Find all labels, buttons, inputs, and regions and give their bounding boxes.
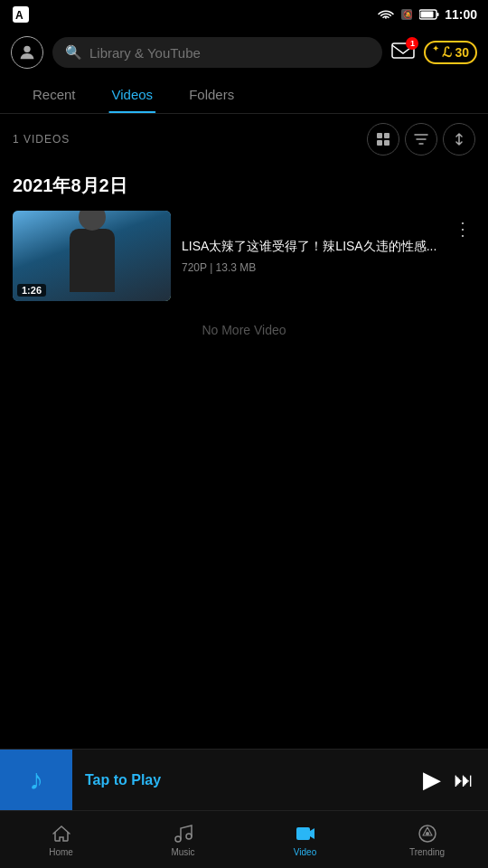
music-icon (173, 823, 194, 844)
mail-badge: 1 (406, 37, 418, 50)
svg-point-17 (426, 832, 429, 835)
svg-rect-11 (377, 140, 382, 146)
mini-player-icon-wrap: ♪ (0, 750, 72, 811)
video-title: LISA太辣了这谁受得了！辣LISA久违的性感... (182, 238, 439, 256)
nav-item-video[interactable]: Video (244, 811, 366, 868)
tab-videos[interactable]: Videos (94, 76, 172, 113)
coin-wrap[interactable]: ✦ ℒ 30 (424, 41, 477, 64)
status-left: A (11, 5, 31, 24)
nav-item-trending[interactable]: Trending (366, 811, 488, 868)
player-controls: ▶ ⏭ (423, 766, 488, 794)
video-meta: 720P | 13.3 MB (182, 261, 439, 274)
home-icon (51, 823, 72, 844)
tab-recent[interactable]: Recent (14, 76, 94, 113)
video-thumbnail[interactable]: 1:26 (13, 211, 171, 301)
avatar[interactable] (11, 36, 43, 69)
video-info: LISA太辣了这谁受得了！辣LISA久违的性感... 720P | 13.3 M… (182, 238, 439, 274)
svg-rect-6 (421, 12, 434, 18)
svg-rect-5 (437, 13, 439, 16)
sort-button[interactable] (443, 123, 475, 156)
svg-text:A: A (15, 9, 23, 22)
nav-home-label: Home (49, 847, 73, 857)
video-item: 1:26 LISA太辣了这谁受得了！辣LISA久违的性感... 720P | 1… (0, 205, 488, 307)
sort-icon (452, 133, 466, 146)
header: 🔍 1 ✦ ℒ 30 (0, 29, 488, 76)
user-icon (17, 42, 37, 62)
filter-icon (414, 133, 428, 146)
search-icon: 🔍 (65, 44, 82, 61)
svg-point-13 (175, 836, 181, 842)
svg-text:🔕: 🔕 (403, 9, 413, 20)
battery-icon (419, 9, 439, 20)
header-icons: 1 ✦ ℒ 30 (391, 41, 477, 64)
next-button[interactable]: ⏭ (454, 769, 474, 792)
svg-rect-9 (377, 133, 382, 138)
svg-point-14 (186, 834, 192, 839)
grid-icon (376, 132, 390, 146)
tab-folders[interactable]: Folders (171, 76, 252, 113)
mini-player[interactable]: ♪ Tap to Play ▶ ⏭ (0, 749, 488, 810)
nav-item-music[interactable]: Music (122, 811, 244, 868)
svg-rect-15 (296, 827, 310, 840)
music-note-icon: ♪ (29, 763, 43, 797)
svg-rect-10 (384, 133, 389, 138)
search-bar[interactable]: 🔍 (52, 37, 382, 68)
bottom-nav: Home Music Video Trending (0, 810, 488, 868)
notification-icon: 🔕 (399, 7, 414, 22)
view-options (367, 123, 475, 156)
status-right: 🔕 11:00 (378, 7, 477, 22)
no-more-label: No More Video (0, 307, 488, 354)
nav-video-label: Video (294, 847, 316, 857)
nav-item-home[interactable]: Home (0, 811, 122, 868)
grid-view-button[interactable] (367, 123, 399, 156)
trending-icon (417, 823, 438, 844)
mail-icon-wrap[interactable]: 1 (391, 41, 415, 64)
status-bar: A 🔕 11:00 (0, 0, 488, 29)
search-input[interactable] (89, 45, 370, 61)
wifi-icon (378, 8, 394, 21)
play-button[interactable]: ▶ (423, 766, 441, 794)
nav-trending-label: Trending (409, 847, 445, 857)
svg-point-7 (23, 46, 30, 52)
tap-to-play-label[interactable]: Tap to Play (72, 772, 423, 788)
video-icon (295, 823, 316, 844)
count-bar: 1 VIDEOS (0, 114, 488, 165)
app-logo-icon: A (11, 5, 31, 24)
status-time: 11:00 (445, 7, 477, 22)
tabs: Recent Videos Folders (0, 76, 488, 114)
duration-badge: 1:26 (17, 284, 46, 297)
video-count-label: 1 VIDEOS (13, 133, 70, 146)
coin-symbol: ℒ (442, 44, 452, 61)
more-options-button[interactable]: ⋮ (450, 214, 475, 243)
section-date: 2021年8月2日 (0, 165, 488, 205)
coin-count: 30 (455, 45, 469, 60)
filter-button[interactable] (405, 123, 437, 156)
coin-star-icon: ✦ (432, 43, 439, 53)
nav-music-label: Music (171, 847, 194, 857)
svg-rect-12 (384, 140, 389, 146)
